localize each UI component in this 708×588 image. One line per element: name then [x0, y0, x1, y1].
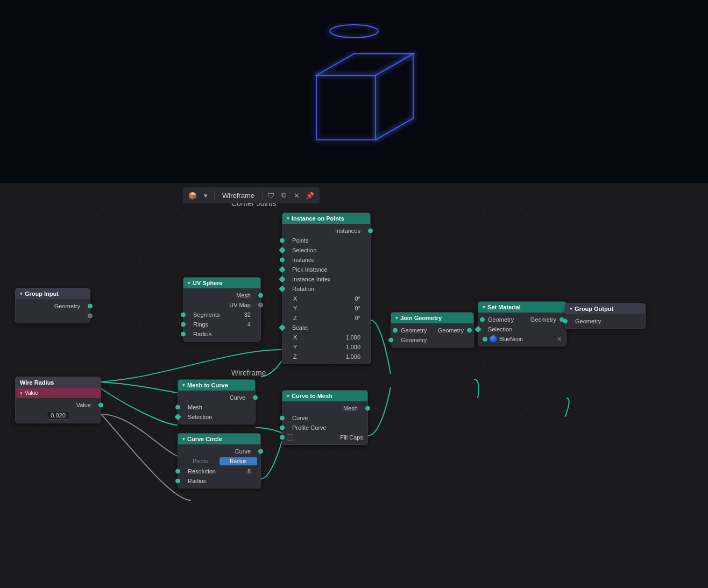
- fill-caps-toggle[interactable]: [287, 434, 293, 441]
- uv-sphere-segments-row[interactable]: Segments 32: [183, 310, 260, 320]
- join-geometry-header: ▾ Join Geometry: [391, 313, 473, 323]
- cube-container: [0, 0, 708, 183]
- shield-icon[interactable]: 🛡: [266, 190, 277, 201]
- curve-to-mesh-fillcaps-socket: [280, 435, 285, 440]
- uv-sphere-segments-socket: [181, 313, 186, 317]
- iop-index-label: Instance Index: [292, 276, 331, 282]
- curve-circle-resolution-row[interactable]: Resolution 8: [178, 466, 260, 476]
- pin-icon[interactable]: 📌: [305, 190, 315, 201]
- group-input-geometry-socket: [88, 304, 93, 309]
- join-geometry-in-label: Geometry: [401, 327, 427, 334]
- iop-index-socket: [279, 276, 286, 283]
- iop-scale-socket: [279, 324, 286, 331]
- iop-instance-socket: [280, 258, 285, 263]
- join-geometry-geom-row: Geometry Geometry: [391, 325, 473, 335]
- uv-sphere-rings-label: Rings: [193, 321, 208, 328]
- set-material-sel-row: Selection: [478, 324, 566, 334]
- set-material-sel-label: Selection: [488, 326, 512, 332]
- join-geometry-geom2-row: Geometry: [391, 335, 473, 345]
- uv-sphere-rings-value: 4: [247, 321, 251, 328]
- group-input-title: Group Input: [25, 291, 59, 297]
- set-material-title: Set Material: [487, 304, 521, 310]
- mesh-to-curve-mesh-row: Mesh: [178, 402, 255, 412]
- blue-neon-label: BlueNeon: [499, 336, 555, 342]
- join-geometry-in2-socket: [388, 338, 393, 343]
- wire-radius-value-label: Value: [76, 402, 91, 408]
- uv-sphere-mesh-socket: [258, 293, 263, 298]
- instance-on-points-node: ▾ Instance on Points Instances Points Se…: [282, 212, 371, 364]
- wireframe-label: Wireframe: [231, 369, 266, 377]
- iop-sy-row: Y 1.000: [282, 342, 370, 352]
- iop-selection-row: Selection: [282, 245, 370, 255]
- curve-circle-radius-row: Radius: [178, 476, 260, 486]
- set-material-node: ▾ Set Material Geometry Geometry Selecti…: [478, 301, 567, 346]
- set-material-out-label: Geometry: [530, 316, 556, 323]
- iop-points-socket: [280, 238, 285, 243]
- curve-to-mesh-out-socket: [365, 406, 370, 411]
- uv-sphere-uvmap-row: UV Map: [183, 300, 260, 310]
- iop-pick-row: Pick Instance: [282, 265, 370, 274]
- curve-circle-points-btn[interactable]: Points: [181, 457, 220, 465]
- svg-marker-2: [316, 54, 413, 75]
- curve-to-mesh-profile-socket: [280, 426, 285, 430]
- iop-sz-row: Z 1.000: [282, 352, 370, 362]
- wireframe-cube-svg: [279, 11, 429, 172]
- mesh-to-curve-sel-label: Selection: [188, 414, 212, 420]
- iop-instance-row: Instance: [282, 255, 370, 265]
- curve-circle-radius-btn[interactable]: Radius: [220, 457, 258, 465]
- uv-sphere-radius-row: Radius: [183, 329, 260, 339]
- group-output-in-label: Geometry: [575, 318, 601, 324]
- iop-selection-label: Selection: [292, 247, 316, 253]
- wire-radius-value-socket: [98, 403, 103, 408]
- uv-sphere-uvmap-socket: [258, 303, 263, 308]
- set-material-mat-socket: [483, 337, 487, 342]
- iop-selection-socket: [279, 247, 286, 254]
- mesh-to-curve-node: ▾ Mesh to Curve Curve Mesh Selection: [178, 379, 256, 424]
- svg-marker-3: [376, 54, 413, 140]
- dropdown-arrow[interactable]: ▾: [200, 190, 211, 201]
- mesh-to-curve-sel-socket: [174, 414, 181, 421]
- icon-btn-package[interactable]: 📦: [187, 190, 198, 201]
- uv-sphere-radius-label: Radius: [193, 331, 211, 337]
- wire-radius-subtitle: Value: [25, 390, 38, 396]
- mesh-to-curve-mesh-socket: [175, 405, 180, 410]
- mesh-to-curve-out-socket: [253, 395, 258, 400]
- uv-sphere-mesh-label: Mesh: [236, 292, 251, 299]
- uv-sphere-segments-value: 32: [244, 311, 251, 318]
- instance-on-points-title: Instance on Points: [292, 215, 344, 222]
- material-remove-btn[interactable]: ✕: [557, 336, 562, 343]
- wire-radius-field[interactable]: 0.020: [47, 411, 69, 420]
- curve-circle-rad-label: Radius: [188, 478, 206, 484]
- uv-sphere-mesh-row: Mesh: [183, 291, 260, 300]
- copy-icon[interactable]: ⧉: [279, 190, 289, 201]
- join-geometry-out-socket: [467, 328, 472, 333]
- set-material-sel-socket: [475, 326, 482, 333]
- wire-radius-subheader: ▾ Value: [16, 388, 101, 398]
- close-icon[interactable]: ✕: [292, 190, 302, 201]
- group-input-geometry-row: Geometry: [16, 301, 90, 311]
- curve-to-mesh-fillcaps-row[interactable]: Fill Caps: [282, 433, 367, 442]
- iop-instances-socket: [368, 229, 373, 233]
- join-geometry-out-label: Geometry: [438, 327, 464, 334]
- group-output-header: ▾ Group Output: [565, 303, 645, 314]
- topbar: 📦 ▾ Wireframe 🛡 ⧉ ✕ 📌: [183, 187, 320, 203]
- set-material-geom-row: Geometry Geometry: [478, 315, 566, 324]
- curve-circle-out-label: Curve: [235, 448, 251, 455]
- group-output-geom-row: Geometry: [565, 316, 645, 326]
- curve-circle-mode-selector[interactable]: Points Radius: [181, 457, 257, 465]
- iop-sy-label: Y: [293, 344, 297, 350]
- blue-neon-icon: [490, 335, 497, 343]
- iop-scale-row: Scale:: [282, 323, 370, 332]
- wire-radius-field-row[interactable]: 0.020: [16, 410, 101, 421]
- uv-sphere-rings-row[interactable]: Rings 4: [183, 320, 260, 329]
- curve-circle-rad-socket: [175, 479, 180, 484]
- curve-to-mesh-curve-label: Curve: [292, 415, 308, 421]
- uv-sphere-node: ▾ UV Sphere Mesh UV Map Segments 32 Ring…: [183, 277, 261, 342]
- group-input-node: ▾ Group Input Geometry: [15, 288, 90, 323]
- iop-pick-label: Pick Instance: [292, 266, 327, 273]
- curve-to-mesh-title: Curve to Mesh: [292, 393, 332, 399]
- curve-circle-res-socket: [175, 469, 180, 474]
- iop-ry-label: Y: [293, 305, 297, 311]
- iop-rx-value: 0°: [355, 295, 360, 302]
- join-geometry-in-socket: [393, 328, 398, 333]
